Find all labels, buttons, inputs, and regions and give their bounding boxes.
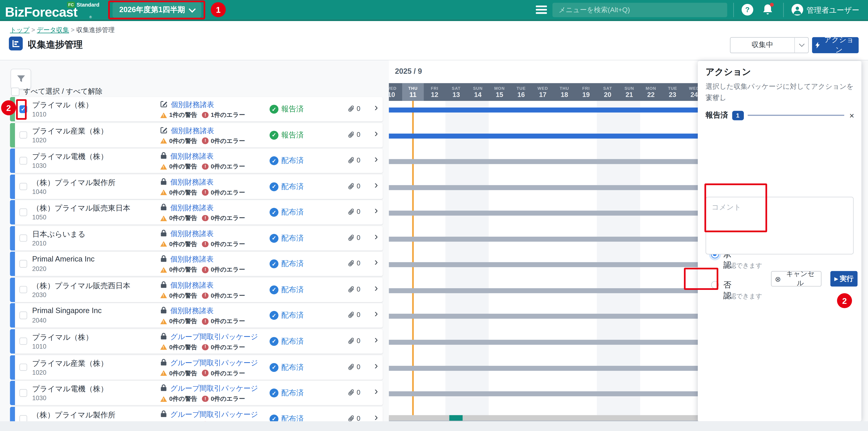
status-label: 配布済 — [281, 336, 304, 346]
table-row: ✓ （株）プライマル販売東日本 1050 個別財務諸表 — [10, 200, 383, 225]
filter-button[interactable] — [10, 69, 31, 89]
row-expand-chevron[interactable]: › — [374, 282, 378, 294]
fiscal-period-dropdown[interactable]: 2026年度第1四半期 — [113, 2, 202, 18]
attachments[interactable]: 0 — [348, 415, 361, 422]
row-checkbox[interactable]: ✓ — [19, 183, 27, 190]
gantt-chart-icon — [9, 36, 23, 50]
warning-icon — [160, 241, 167, 247]
row-checkbox[interactable]: ✓ — [19, 389, 27, 397]
attachments[interactable]: 0 — [348, 260, 361, 267]
cancel-button[interactable]: ⊗ キャンセル — [771, 271, 822, 287]
attachments[interactable]: 0 — [348, 182, 361, 190]
row-expand-chevron[interactable]: › — [374, 179, 378, 191]
group-divider-line — [747, 115, 844, 115]
row-expand-chevron[interactable]: › — [374, 360, 378, 372]
table-row: ✓ プライマル（株） 1010 グループ間取引パッケージ — [10, 329, 383, 354]
package-link[interactable]: グループ間取引パッケージ — [170, 409, 258, 420]
package-link[interactable]: グループ間取引パッケージ — [170, 384, 258, 394]
company-name: プライマル産業（株） — [32, 358, 108, 368]
gantt-day-column: TUE23 — [662, 83, 683, 101]
attachments[interactable]: 0 — [348, 337, 361, 345]
package-link[interactable]: 個別財務諸表 — [170, 306, 213, 316]
row-checkbox[interactable]: ✓ — [19, 363, 27, 371]
company-code: 1010 — [32, 343, 46, 350]
row-expand-chevron[interactable]: › — [374, 385, 378, 397]
package-link[interactable]: 個別財務諸表 — [170, 229, 213, 239]
package-link[interactable]: 個別財務諸表 — [171, 100, 214, 110]
help-icon[interactable]: ? — [742, 4, 753, 15]
row-checkbox[interactable]: ✓ — [19, 286, 27, 293]
row-expand-chevron[interactable]: › — [374, 127, 378, 139]
user-name-label[interactable]: 管理者ユーザー — [807, 5, 859, 15]
warning-count: 1件の警告 — [169, 111, 197, 119]
table-row: ✓ プライマル産業（株） 1020 個別財務諸表 — [10, 123, 383, 147]
attachments[interactable]: 0 — [348, 156, 361, 164]
status-check-icon: ✓ — [270, 234, 278, 243]
row-checkbox[interactable]: ✓ — [19, 131, 27, 138]
error-icon: ! — [202, 344, 209, 351]
select-all-checkbox[interactable] — [11, 87, 19, 96]
warning-count: 0件の警告 — [169, 266, 197, 274]
row-checkbox[interactable]: ✓ — [19, 157, 27, 164]
select-all-toggle[interactable]: すべて選択 / すべて解除 — [11, 87, 102, 97]
warning-count: 0件の警告 — [169, 395, 197, 403]
package-link[interactable]: 個別財務諸表 — [170, 255, 213, 265]
radio-reject[interactable] — [711, 281, 719, 289]
attachments[interactable]: 0 — [348, 105, 361, 112]
attachments[interactable]: 0 — [348, 234, 361, 241]
row-expand-chevron[interactable]: › — [374, 256, 378, 268]
breadcrumb-link-data-collection[interactable]: データ収集 — [37, 26, 69, 33]
collection-status-select[interactable]: 収集中 — [730, 37, 809, 53]
row-card: ✓ プライマル電機（株） 1030 個別財務諸表 — [15, 148, 383, 173]
row-card: ✓ プライマル産業（株） 1020 個別財務諸表 — [15, 123, 383, 147]
user-avatar-icon[interactable] — [792, 4, 803, 15]
menu-search-input[interactable] — [552, 3, 727, 17]
package-link[interactable]: 個別財務諸表 — [170, 203, 213, 213]
action-button[interactable]: アクション — [812, 37, 859, 53]
breadcrumb: トップ > データ収集 > 収集進捗管理 — [10, 26, 115, 34]
package-link[interactable]: グループ間取引パッケージ — [170, 358, 258, 368]
attachment-count: 0 — [357, 311, 361, 319]
attachment-count: 0 — [357, 415, 361, 422]
package-link[interactable]: 個別財務諸表 — [170, 280, 213, 291]
row-checkbox[interactable]: ✓ — [19, 105, 27, 113]
select-caret[interactable] — [795, 37, 808, 53]
table-row: ✓ （株）プライマル販売西日本 2030 個別財務諸表 — [10, 277, 383, 302]
row-checkbox[interactable]: ✓ — [19, 337, 27, 345]
row-checkbox[interactable]: ✓ — [19, 208, 27, 216]
header-divider — [783, 3, 784, 17]
attachments[interactable]: 0 — [348, 208, 361, 216]
close-icon[interactable]: × — [849, 110, 854, 120]
warning-count: 0件の警告 — [169, 137, 197, 145]
action-side-panel: アクション 選択した収集パッケージに対してアクションを実行し ます。 報告済 1… — [698, 61, 861, 421]
row-checkbox[interactable]: ✓ — [19, 312, 27, 319]
row-expand-chevron[interactable]: › — [374, 308, 378, 320]
breadcrumb-link-top[interactable]: トップ — [10, 26, 30, 33]
attachments[interactable]: 0 — [348, 311, 361, 319]
gantt-horizontal-scrollbar[interactable] — [389, 415, 698, 421]
row-expand-chevron[interactable]: › — [374, 101, 378, 113]
package-link[interactable]: 個別財務諸表 — [171, 126, 214, 136]
error-icon: ! — [202, 163, 209, 170]
row-expand-chevron[interactable]: › — [374, 205, 378, 217]
menu-hamburger-icon[interactable] — [536, 5, 547, 14]
row-expand-chevron[interactable]: › — [374, 153, 378, 165]
notification-bell-icon[interactable] — [762, 3, 773, 16]
row-expand-chevron[interactable]: › — [374, 231, 378, 243]
execute-button[interactable]: ▶ 実行 — [830, 271, 858, 287]
attachments[interactable]: 0 — [348, 285, 361, 293]
package-link[interactable]: 個別財務諸表 — [170, 177, 213, 187]
error-icon: ! — [202, 138, 209, 144]
gantt-day-header: WED10THU11FRI12SAT13SUN14MON15TUE16WED17… — [389, 83, 698, 101]
row-expand-chevron[interactable]: › — [374, 334, 378, 346]
row-checkbox[interactable]: ✓ — [19, 260, 27, 267]
comment-textarea[interactable] — [706, 197, 854, 255]
gantt-scrollbar-thumb[interactable] — [449, 415, 463, 421]
package-link[interactable]: 個別財務諸表 — [170, 152, 213, 162]
error-icon: ! — [202, 189, 209, 196]
attachments[interactable]: 0 — [348, 131, 361, 138]
package-link[interactable]: グループ間取引パッケージ — [170, 332, 258, 342]
attachments[interactable]: 0 — [348, 389, 361, 396]
attachments[interactable]: 0 — [348, 363, 361, 371]
row-checkbox[interactable]: ✓ — [19, 234, 27, 242]
